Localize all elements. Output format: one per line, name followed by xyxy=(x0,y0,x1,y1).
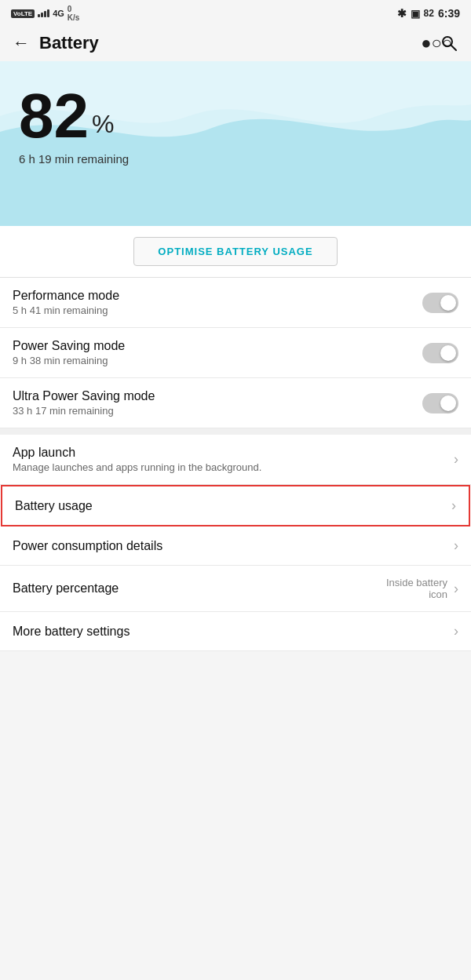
optimise-section: OPTIMISE BATTERY USAGE xyxy=(0,226,471,278)
more-battery-settings-right: › xyxy=(454,623,458,639)
power-saving-mode-left: Power Saving mode 9 h 38 min remaining xyxy=(13,339,422,366)
battery-usage-chevron: › xyxy=(451,497,456,514)
battery-percentage-chevron: › xyxy=(454,581,458,597)
battery-usage-item[interactable]: Battery usage › xyxy=(1,485,470,526)
search-icon-svg[interactable] xyxy=(440,34,458,53)
time-display: 6:39 xyxy=(438,7,460,20)
battery-percent-label: 82 xyxy=(424,8,434,19)
battery-info: 82 % 6 h 19 min remaining xyxy=(0,61,471,178)
power-consumption-title: Power consumption details xyxy=(13,539,454,553)
signal-bar-4 xyxy=(47,9,49,17)
ultra-power-saving-mode-item[interactable]: Ultra Power Saving mode 33 h 17 min rema… xyxy=(0,378,471,428)
app-launch-subtitle: Manage launches and apps running in the … xyxy=(13,461,454,473)
battery-usage-right: › xyxy=(451,497,456,514)
ultra-power-saving-mode-subtitle: 33 h 17 min remaining xyxy=(13,405,422,417)
more-battery-settings-left: More battery settings xyxy=(13,625,454,639)
power-consumption-left: Power consumption details xyxy=(13,539,454,553)
vibrate-icon: ▣ xyxy=(411,8,420,20)
battery-percentage-value: Inside batteryicon xyxy=(386,577,447,600)
power-consumption-details-item[interactable]: Power consumption details › xyxy=(0,526,471,566)
more-battery-settings-title: More battery settings xyxy=(13,625,454,639)
performance-mode-toggle[interactable] xyxy=(422,293,458,313)
performance-mode-right xyxy=(422,293,458,313)
battery-percent-display: 82 % xyxy=(19,85,452,148)
battery-usage-left: Battery usage xyxy=(15,499,451,513)
power-saving-mode-title: Power Saving mode xyxy=(13,339,422,353)
header: ← Battery ●○○ xyxy=(0,25,471,61)
app-launch-title: App launch xyxy=(13,446,454,460)
back-button[interactable]: ← xyxy=(13,35,30,52)
performance-mode-subtitle: 5 h 41 min remaining xyxy=(13,304,422,316)
app-launch-left: App launch Manage launches and apps runn… xyxy=(13,446,454,473)
power-consumption-chevron: › xyxy=(454,537,458,554)
battery-banner: 82 % 6 h 19 min remaining xyxy=(0,61,471,226)
bluetooth-icon: ✱ xyxy=(397,7,407,20)
volte-badge: VoLTE xyxy=(11,9,35,18)
ultra-power-saving-mode-toggle[interactable] xyxy=(422,393,458,413)
battery-percentage-right: Inside batteryicon › xyxy=(386,577,458,600)
battery-time-remaining: 6 h 19 min remaining xyxy=(19,152,452,166)
section-divider-1 xyxy=(0,428,471,435)
performance-mode-left: Performance mode 5 h 41 min remaining xyxy=(13,289,422,316)
signal-bar-3 xyxy=(44,11,46,17)
signal-bar-2 xyxy=(41,13,43,17)
svg-line-1 xyxy=(451,46,456,50)
power-saving-mode-toggle[interactable] xyxy=(422,343,458,363)
more-battery-settings-item[interactable]: More battery settings › xyxy=(0,612,471,651)
more-battery-settings-chevron: › xyxy=(454,623,458,639)
percent-sign: % xyxy=(92,111,114,137)
optimise-battery-button[interactable]: OPTIMISE BATTERY USAGE xyxy=(133,237,337,266)
status-bar: VoLTE ✱ 4G 0 K/s ✱ ▣ 82 6:39 xyxy=(0,0,471,25)
app-launch-item[interactable]: App launch Manage launches and apps runn… xyxy=(0,435,471,485)
power-saving-mode-right xyxy=(422,343,458,363)
page-title: Battery xyxy=(39,33,411,53)
power-saving-mode-subtitle: 9 h 38 min remaining xyxy=(13,355,422,366)
performance-mode-title: Performance mode xyxy=(13,289,422,303)
performance-mode-item[interactable]: Performance mode 5 h 41 min remaining xyxy=(0,278,471,328)
battery-percentage-item[interactable]: Battery percentage Inside batteryicon › xyxy=(0,566,471,612)
nav-settings-list: App launch Manage launches and apps runn… xyxy=(0,435,471,651)
network-label: 4G xyxy=(53,9,64,18)
battery-percentage-left: Battery percentage xyxy=(13,581,386,596)
battery-percentage-title: Battery percentage xyxy=(13,581,386,596)
battery-usage-title: Battery usage xyxy=(15,499,451,513)
power-saving-mode-item[interactable]: Power Saving mode 9 h 38 min remaining xyxy=(0,328,471,378)
toggle-settings-list: Performance mode 5 h 41 min remaining Po… xyxy=(0,278,471,428)
status-right: ✱ ▣ 82 6:39 xyxy=(397,7,460,20)
power-consumption-right: › xyxy=(454,537,458,554)
ultra-power-saving-mode-title: Ultra Power Saving mode xyxy=(13,389,422,403)
signal-bars xyxy=(38,9,49,17)
ultra-power-saving-mode-left: Ultra Power Saving mode 33 h 17 min rema… xyxy=(13,389,422,417)
battery-percent-number: 82 xyxy=(19,85,89,148)
status-left: VoLTE ✱ 4G 0 K/s xyxy=(11,5,79,22)
ultra-power-saving-mode-right xyxy=(422,393,458,413)
svg-point-0 xyxy=(443,37,452,46)
app-launch-chevron: › xyxy=(454,451,458,468)
network-speed: 0 K/s xyxy=(68,5,80,22)
app-launch-right: › xyxy=(454,451,458,468)
signal-bar-1 xyxy=(38,14,40,17)
